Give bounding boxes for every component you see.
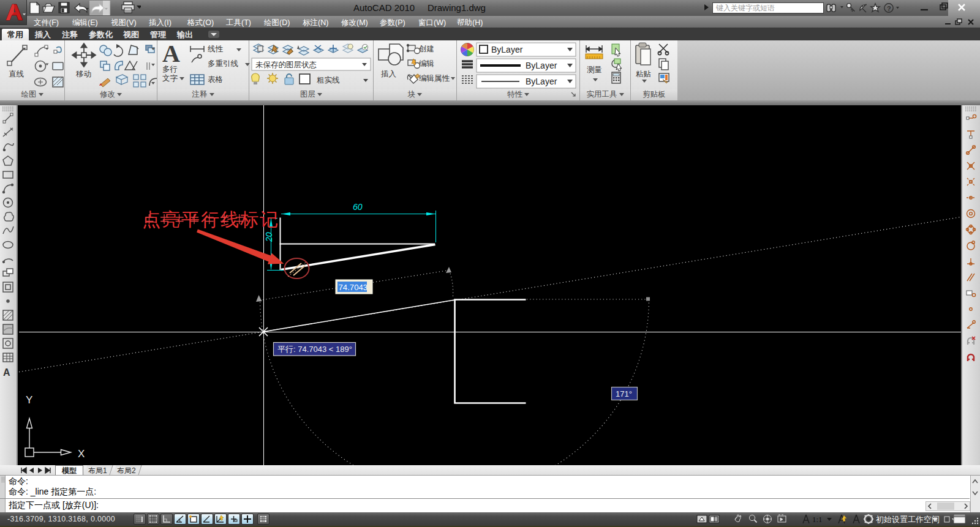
svg-text:171°: 171° bbox=[616, 389, 632, 398]
svg-text:A: A bbox=[3, 367, 10, 378]
svg-text:创建: 创建 bbox=[418, 45, 434, 53]
svg-text:ByLayer: ByLayer bbox=[526, 77, 557, 86]
svg-text:74.7043: 74.7043 bbox=[339, 283, 368, 292]
svg-text:编辑属性: 编辑属性 bbox=[419, 74, 450, 83]
svg-text:初始设置工作空间: 初始设置工作空间 bbox=[876, 515, 940, 524]
svg-text:点亮平行线标记: 点亮平行线标记 bbox=[142, 209, 279, 230]
svg-text:?: ? bbox=[887, 5, 891, 12]
svg-text:平行: 74.7043 < 189°: 平行: 74.7043 < 189° bbox=[277, 345, 352, 354]
svg-text:1:1: 1:1 bbox=[812, 515, 823, 524]
svg-text:Y: Y bbox=[26, 394, 32, 406]
svg-text:X: X bbox=[78, 448, 85, 460]
svg-text:ByLayer: ByLayer bbox=[526, 61, 557, 70]
svg-text:ByLayer: ByLayer bbox=[491, 45, 523, 54]
svg-text:编辑: 编辑 bbox=[419, 59, 434, 68]
svg-text:60: 60 bbox=[353, 202, 363, 212]
svg-text:20: 20 bbox=[264, 232, 274, 242]
